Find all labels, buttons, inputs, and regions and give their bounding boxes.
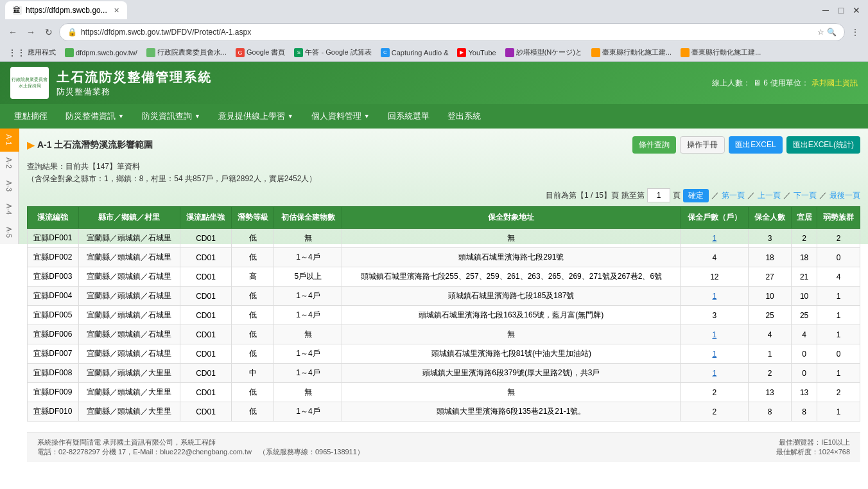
page-confirm-btn[interactable]: 確定 (683, 189, 709, 202)
back-btn[interactable]: ← (5, 24, 21, 40)
cell-location: 宜蘭縣／頭城鎮／石城里 (78, 344, 180, 364)
export-excel-stats-btn[interactable]: 匯出EXCEL(統計) (786, 136, 860, 154)
bookmark-2[interactable]: 行政院農業委員會水... (144, 46, 229, 58)
maximize-btn[interactable]: □ (835, 4, 847, 17)
last-page-link[interactable]: 最後一頁 (829, 190, 860, 201)
export-excel-btn[interactable]: 匯出EXCEL (729, 136, 782, 154)
bookmark-youtube[interactable]: ▶ YouTube (455, 47, 498, 58)
table-row: 宜縣DF010 宜蘭縣／頭城鎮／大里里 CD01 低 1～4戶 頭城鎮大里里濱海… (28, 402, 860, 422)
bookmark-favicon-1 (65, 48, 74, 57)
star-icon[interactable]: ☆ (817, 28, 824, 37)
cell-yiju: 21 (791, 267, 817, 287)
cell-weak: 0 (817, 248, 860, 267)
footer-phone: 電話：02-82278297 分機 17，E-Mail：blue222@chen… (37, 447, 364, 457)
cell-code: CD01 (180, 287, 232, 306)
bookmark-5[interactable]: C Capturing Audio & (378, 47, 451, 58)
col-stream-code: 溪流點坐強 (180, 207, 232, 229)
col-population: 保全人數 (749, 207, 792, 229)
page-div-1: ／ (747, 190, 755, 201)
nav-item-disaster-info[interactable]: 防災整備資訊 ▼ (56, 104, 133, 129)
cell-address: 頭城鎮石城里濱海路七段81號(中油大里加油站) (342, 344, 681, 364)
next-page-link[interactable]: 下一頁 (794, 190, 817, 201)
bookmark-4[interactable]: S 午答 - Google 試算表 (291, 46, 374, 58)
search-btn[interactable]: 條件查詢 (632, 136, 676, 154)
side-tab-a5[interactable]: A-5 (0, 221, 19, 244)
first-page-link[interactable]: 第一頁 (722, 190, 745, 201)
table-row: 宜縣DF006 宜蘭縣／頭城鎮／石城里 CD01 低 無 無 1 4 4 1 (28, 325, 860, 344)
side-tab-a2[interactable]: A-2 (0, 152, 19, 175)
cell-level: 高 (231, 267, 274, 287)
cell-buildings: 無 (274, 383, 342, 402)
side-tab-a4[interactable]: A-4 (0, 198, 19, 221)
col-address: 保全對象地址 (342, 207, 681, 229)
lock-icon: 🔒 (67, 28, 77, 37)
reload-btn[interactable]: ↻ (41, 24, 56, 40)
dropdown-arrow-2: ▼ (195, 113, 200, 120)
manual-btn[interactable]: 操作手冊 (680, 136, 725, 154)
search-icon[interactable]: 🔍 (827, 28, 837, 37)
cell-households: 1 (681, 344, 749, 364)
cell-households: 2 (681, 402, 749, 422)
nav-item-back[interactable]: 回系統選單 (379, 104, 438, 129)
cell-yiju: 18 (791, 248, 817, 267)
address-bar: ← → ↻ 🔒 https://dfdpm.swcb.gov.tw/DFDV/P… (0, 21, 868, 44)
youtube-icon: ▶ (457, 48, 466, 57)
footer-browser-req: 最佳瀏覽器：IE10以上 (776, 438, 850, 447)
cell-code: CD01 (180, 402, 232, 422)
prev-page-link[interactable]: 上一頁 (758, 190, 781, 201)
cell-level: 低 (231, 306, 274, 325)
nav-item-personal[interactable]: 個人資料管理 ▼ (302, 104, 379, 129)
bookmark-7[interactable]: 臺東縣行動化施工建... (589, 46, 674, 58)
side-tab-a3[interactable]: A-3 (0, 175, 19, 198)
bookmark-6[interactable]: 紗塔模型(Nケージ)と (503, 46, 585, 58)
nav-item-feedback[interactable]: 意見提供線上學習 ▼ (209, 104, 302, 129)
page-input[interactable] (647, 188, 670, 202)
cell-stream-id: 宜縣DF010 (28, 402, 79, 422)
dropdown-arrow-1: ▼ (118, 113, 124, 120)
bookmark-apps[interactable]: ⋮⋮ 應用程式 (5, 46, 58, 59)
forward-btn[interactable]: → (23, 24, 39, 40)
cell-households: 2 (681, 383, 749, 402)
cell-weak: 1 (817, 287, 860, 306)
cell-location: 宜蘭縣／頭城鎮／石城里 (78, 287, 180, 306)
url-box[interactable]: 🔒 https://dfdpm.swcb.gov.tw/DFDV/Protect… (59, 23, 845, 41)
cell-code: CD01 (180, 229, 232, 248)
summary-bar: 查詢結果：目前共【147】筆資料 （含保全對象之縣市：1，鄉鎮：8，村里：54 … (27, 161, 860, 184)
table-row: 宜縣DF002 宜蘭縣／頭城鎮／石城里 CD01 低 1～4戶 頭城鎮石城里濱海… (28, 248, 860, 267)
bookmark-3[interactable]: G Google 書頁 (233, 46, 288, 58)
cell-stream-id: 宜縣DF008 (28, 364, 79, 383)
minimize-btn[interactable]: ─ (819, 4, 832, 17)
unit-name[interactable]: 承邦國土資訊 (812, 78, 858, 89)
cell-population: 10 (749, 287, 792, 306)
cell-yiju: 2 (791, 229, 817, 248)
cell-stream-id: 宜縣DF009 (28, 383, 79, 402)
pagination-area: 目前為第【1 / 15】頁 跳至第 頁 確定 ／ 第一頁 ／ 上一頁 ／ 下一頁… (27, 188, 860, 202)
table-body: 宜縣DF001 宜蘭縣／頭城鎮／石城里 CD01 低 無 無 1 3 2 2 宜… (28, 229, 860, 422)
bookmark-favicon-2 (146, 48, 155, 57)
cell-location: 宜蘭縣／頭城鎮／石城里 (78, 229, 180, 248)
bookmark-1[interactable]: dfdpm.swcb.gov.tw/ (62, 47, 140, 58)
nav-item-logout[interactable]: 登出系統 (438, 104, 490, 129)
cell-population: 1 (749, 344, 792, 364)
menu-btn[interactable]: ⋮ (847, 24, 863, 40)
bookmark-favicon-5: C (381, 48, 390, 57)
cell-weak: 1 (817, 364, 860, 383)
nav-item-query[interactable]: 防災資訊查詢 ▼ (133, 104, 209, 129)
browser-tab[interactable]: 🏛 https://dfdpm.swcb.go... ✕ (5, 1, 127, 19)
cell-yiju: 4 (791, 325, 817, 344)
cell-location: 宜蘭縣／頭城鎮／石城里 (78, 248, 180, 267)
site-logo: 行政院農業委員會 水土保持局 (10, 67, 49, 99)
side-tab-a1[interactable]: A-1 (0, 129, 19, 152)
cell-code: CD01 (180, 267, 232, 287)
browser-chrome: 🏛 https://dfdpm.swcb.go... ✕ ─ □ ✕ ← → ↻… (0, 0, 868, 62)
data-table: 溪流編強 縣市／鄉鎮／村里 溪流點坐強 潛勢等級 初估保全建物數 保全對象地址 … (27, 206, 860, 422)
cell-stream-id: 宜縣DF004 (28, 287, 79, 306)
table-row: 宜縣DF005 宜蘭縣／頭城鎮／石城里 CD01 低 1～4戶 頭城鎮石城里濱海… (28, 306, 860, 325)
bookmark-8[interactable]: 臺東縣行動化施工建... (678, 46, 763, 58)
cell-yiju: 8 (791, 402, 817, 422)
cell-code: CD01 (180, 383, 232, 402)
table-row: 宜縣DF009 宜蘭縣／頭城鎮／大里里 CD01 低 無 無 2 13 13 2 (28, 383, 860, 402)
close-btn[interactable]: ✕ (850, 4, 863, 17)
tab-close-btn[interactable]: ✕ (114, 6, 119, 15)
nav-item-shortcut[interactable]: 重點摘徑 (5, 104, 56, 129)
